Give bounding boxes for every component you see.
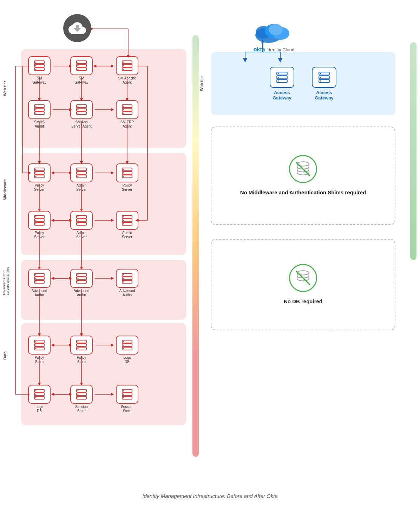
access-gateway-2: AccessGateway — [312, 67, 336, 100]
policy-store-1: PolicyStore — [28, 336, 51, 364]
svg-point-22 — [35, 109, 37, 110]
svg-point-93 — [35, 341, 37, 342]
main-container: Web tier Middleware Advanced AuthnServer… — [0, 0, 420, 506]
svg-point-75 — [35, 274, 37, 275]
svg-point-10 — [78, 65, 79, 66]
cloud-icon — [63, 14, 91, 42]
policy-server-2: PolicyServer — [116, 163, 138, 192]
svg-point-39 — [35, 169, 37, 170]
svg-point-65 — [78, 223, 79, 225]
svg-point-117 — [78, 390, 79, 391]
sm-gateway-2: SMGateway — [70, 56, 93, 85]
svg-point-106 — [123, 345, 124, 346]
svg-point-87 — [123, 274, 124, 275]
arrow-to-okta — [263, 42, 263, 52]
no-db-icon — [289, 264, 317, 292]
right-side: okta Identity Cloud — [197, 7, 420, 499]
svg-point-124 — [123, 394, 124, 395]
svg-point-34 — [123, 109, 124, 110]
logs-db-2: LogsDB — [28, 385, 51, 413]
green-bar-right — [410, 42, 416, 260]
svg-point-9 — [78, 62, 79, 63]
svg-point-179 — [278, 73, 279, 74]
svg-point-16 — [123, 65, 124, 66]
no-middleware-text: No Middleware and Authentication Shims r… — [240, 189, 366, 197]
identity-cloud-text: Identity Cloud — [267, 47, 295, 52]
svg-point-63 — [78, 216, 79, 218]
access-gateway-1: AccessGateway — [270, 67, 294, 100]
svg-point-51 — [123, 169, 124, 170]
svg-point-58 — [35, 220, 37, 221]
svg-point-187 — [320, 80, 321, 82]
svg-point-88 — [123, 278, 124, 279]
svg-point-4 — [35, 65, 37, 66]
svg-point-107 — [123, 348, 124, 349]
data-label: Data — [3, 351, 7, 360]
svg-point-29 — [78, 113, 79, 114]
advanced-authn-2: AdvancedAuthn — [70, 269, 93, 297]
svg-point-118 — [78, 394, 79, 395]
svg-point-40 — [35, 173, 37, 174]
svg-point-83 — [78, 281, 79, 283]
svg-point-105 — [123, 341, 124, 342]
svg-point-186 — [320, 77, 321, 78]
svg-point-180 — [278, 77, 279, 78]
svg-point-69 — [123, 216, 124, 218]
svg-point-28 — [78, 109, 79, 110]
svg-point-99 — [78, 341, 79, 342]
svg-point-77 — [35, 281, 37, 283]
svg-point-27 — [78, 106, 79, 107]
svg-point-112 — [35, 394, 37, 395]
svg-point-89 — [123, 281, 124, 283]
svg-point-33 — [123, 106, 124, 107]
sm-gateway-1: SMGateway — [28, 56, 51, 85]
authn-label: Advanced AuthnServers and Shims — [3, 267, 10, 296]
svg-point-47 — [78, 176, 79, 177]
sm-erp-agent: SM ERPAgent — [116, 100, 138, 129]
svg-point-82 — [78, 278, 79, 279]
svg-point-17 — [123, 69, 124, 70]
svg-point-111 — [35, 390, 37, 391]
svg-point-71 — [123, 223, 124, 225]
policy-server-1: PolicyServer — [28, 163, 51, 192]
svg-point-57 — [35, 216, 37, 218]
svg-point-94 — [35, 345, 37, 346]
advanced-authn-1: AdvancedAuthn — [28, 269, 51, 297]
admin-server-1: AdminServer — [70, 163, 93, 192]
sm-app-server-agent: SM AppServer Agent — [70, 100, 93, 129]
svg-point-125 — [123, 397, 124, 398]
admin-server-2: AdminServer — [70, 211, 93, 239]
no-middleware-icon — [289, 155, 317, 183]
svg-point-64 — [78, 220, 79, 221]
web-tier-right: AccessGateway AccessGateway — [211, 52, 395, 115]
advanced-authn-3: AdvancedAuthn — [116, 269, 138, 297]
right-web-tier-label: Web tier — [199, 76, 204, 91]
session-store-1: SessionStore — [70, 385, 93, 413]
svg-point-11 — [78, 69, 79, 70]
svg-point-35 — [123, 113, 124, 114]
policy-server-3: PolicyServer — [28, 211, 51, 239]
svg-point-185 — [320, 73, 321, 74]
svg-point-76 — [35, 278, 37, 279]
svg-point-81 — [78, 274, 79, 275]
svg-point-5 — [35, 69, 37, 70]
svg-point-15 — [123, 62, 124, 63]
no-db-text: No DB required — [284, 298, 322, 306]
okta-cloud: okta Identity Cloud — [249, 14, 298, 53]
svg-point-52 — [123, 173, 124, 174]
sm-iis-agent: SM IISAgent — [28, 100, 51, 129]
no-middleware-box: No Middleware and Authentication Shims r… — [211, 126, 395, 225]
svg-point-181 — [278, 80, 279, 82]
svg-point-45 — [78, 169, 79, 170]
okta-cloud-svg — [249, 14, 298, 46]
left-side: Web tier Middleware Advanced AuthnServer… — [0, 7, 197, 499]
sm-apache-agent: SM ApacheAgent — [116, 56, 138, 85]
svg-point-113 — [35, 397, 37, 398]
bottom-caption: Identity Management Infrastructure: Befo… — [0, 493, 420, 499]
svg-point-119 — [78, 397, 79, 398]
svg-point-70 — [123, 220, 124, 221]
svg-line-191 — [296, 271, 310, 285]
svg-point-100 — [78, 345, 79, 346]
svg-point-3 — [35, 62, 37, 63]
svg-point-41 — [35, 176, 37, 177]
